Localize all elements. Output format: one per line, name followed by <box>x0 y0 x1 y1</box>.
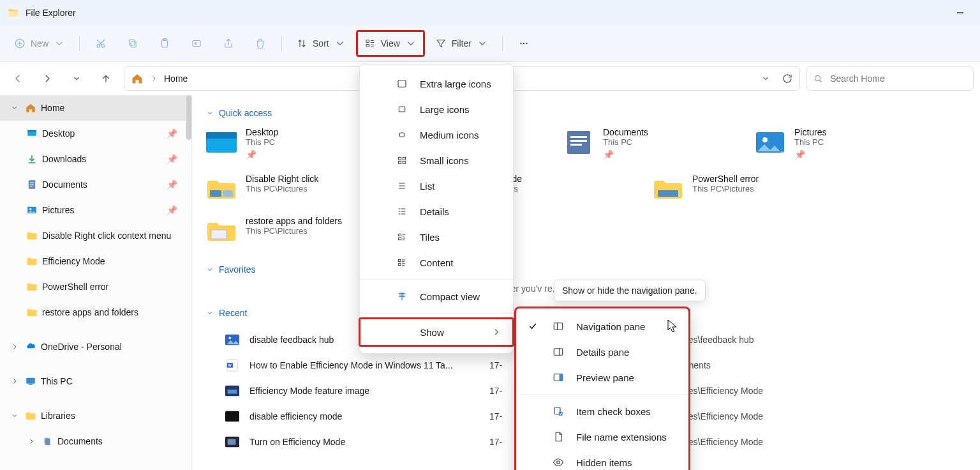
view-extra-large[interactable]: Extra large icons <box>360 71 513 96</box>
quick-access-documents[interactable]: DocumentsThis PC📌 <box>563 127 729 160</box>
sidebar-item-libraries[interactable]: Libraries <box>0 403 191 428</box>
view-menu: Extra large icons Large icons Medium ico… <box>359 64 514 354</box>
recent-locations-button[interactable] <box>65 67 88 90</box>
svg-rect-46 <box>399 107 405 112</box>
chevron-down-icon[interactable] <box>761 74 770 83</box>
cut-button[interactable] <box>87 32 114 55</box>
new-button[interactable]: New <box>8 32 71 55</box>
chevron-down-icon <box>405 38 417 49</box>
svg-rect-55 <box>399 263 401 265</box>
sidebar-item-desktop[interactable]: Desktop 📌 <box>0 121 191 146</box>
svg-rect-44 <box>228 439 236 444</box>
delete-button[interactable] <box>247 32 274 55</box>
show-details-pane[interactable]: Details pane <box>516 339 688 365</box>
chevron-right-icon <box>492 328 501 337</box>
svg-rect-34 <box>211 230 226 239</box>
breadcrumb-home[interactable]: Home <box>164 73 188 84</box>
view-button[interactable]: View <box>356 30 425 57</box>
show-preview-pane[interactable]: Preview pane <box>516 365 688 390</box>
svg-rect-54 <box>399 259 401 261</box>
svg-point-30 <box>762 137 768 142</box>
svg-rect-57 <box>554 349 563 356</box>
sidebar-item-label: Desktop <box>42 128 75 139</box>
sidebar-item-this-pc[interactable]: This PC <box>0 368 191 394</box>
sidebar-item-pictures[interactable]: Pictures 📌 <box>0 197 191 223</box>
show-navigation-pane[interactable]: Navigation pane <box>516 314 688 339</box>
search-input[interactable] <box>829 73 967 84</box>
refresh-icon[interactable] <box>782 73 793 84</box>
quick-access-desktop[interactable]: DesktopThis PC📌 <box>206 127 372 160</box>
show-item-checkboxes[interactable]: Item check boxes <box>516 398 688 424</box>
quick-access-restore[interactable]: restore apps and foldersThis PC\Pictures <box>206 216 372 246</box>
svg-point-36 <box>229 337 232 339</box>
up-button[interactable] <box>94 67 117 90</box>
svg-point-10 <box>520 43 521 44</box>
view-list[interactable]: List <box>360 173 513 199</box>
pin-icon: 📌 <box>167 128 177 139</box>
svg-rect-25 <box>567 131 590 154</box>
pin-icon: 📌 <box>794 149 827 160</box>
sidebar-item-restore[interactable]: restore apps and folders <box>0 299 191 325</box>
view-compact[interactable]: Compact view <box>360 284 513 309</box>
svg-rect-42 <box>225 411 239 422</box>
svg-rect-53 <box>399 238 401 239</box>
sidebar-item-lib-documents[interactable]: Documents <box>0 428 191 454</box>
navigation-pane: Home Desktop 📌 Downloads 📌 Documents 📌 P… <box>0 95 192 470</box>
sidebar-item-home[interactable]: Home <box>0 95 191 121</box>
show-file-extensions[interactable]: File name extensions <box>516 424 688 450</box>
show-hidden-items[interactable]: Hidden items <box>516 450 688 470</box>
sidebar-item-onedrive[interactable]: OneDrive - Personal <box>0 334 191 360</box>
view-show[interactable]: Show <box>359 317 514 347</box>
svg-rect-41 <box>228 390 237 393</box>
view-medium[interactable]: Medium icons <box>360 122 513 148</box>
sidebar-item-efficiency-mode[interactable]: Efficiency Mode <box>0 248 191 274</box>
sidebar-item-label: OneDrive - Personal <box>41 342 122 352</box>
sidebar-item-label: This PC <box>41 376 73 386</box>
svg-rect-4 <box>130 40 135 45</box>
forward-button[interactable] <box>36 67 59 90</box>
sidebar-item-label: restore apps and folders <box>42 307 138 317</box>
sidebar-item-documents[interactable]: Documents 📌 <box>0 172 191 197</box>
sidebar-item-downloads[interactable]: Downloads 📌 <box>0 146 191 172</box>
pin-icon: 📌 <box>603 149 648 160</box>
view-tiles[interactable]: Tiles <box>360 224 513 250</box>
svg-rect-48 <box>399 157 401 160</box>
scrollbar[interactable] <box>186 95 191 140</box>
sort-button[interactable]: Sort <box>290 32 352 55</box>
section-quick-access[interactable]: Quick access <box>206 108 966 118</box>
svg-rect-7 <box>193 41 200 47</box>
view-content[interactable]: Content <box>360 250 513 275</box>
copy-button[interactable] <box>119 32 146 55</box>
sidebar-item-label: Documents <box>42 179 87 190</box>
sidebar-item-label: Disable Right click context menu <box>42 231 171 241</box>
svg-rect-22 <box>45 439 50 446</box>
paste-button[interactable] <box>151 32 178 55</box>
svg-rect-32 <box>223 190 233 197</box>
svg-text:W: W <box>228 363 232 367</box>
section-favorites[interactable]: Favorites <box>206 264 966 275</box>
back-button[interactable] <box>6 67 29 90</box>
sidebar-item-disable-rc[interactable]: Disable Right click context menu <box>0 223 191 248</box>
view-large[interactable]: Large icons <box>360 96 513 122</box>
svg-rect-56 <box>554 323 563 330</box>
quick-access-ps-error[interactable]: PowerShell errorThis PC\Pictures <box>653 174 819 204</box>
svg-point-18 <box>29 208 31 210</box>
share-button[interactable] <box>215 32 242 55</box>
view-details[interactable]: Details <box>360 199 513 224</box>
rename-button[interactable] <box>183 32 210 55</box>
minimize-button[interactable] <box>946 0 975 26</box>
sidebar-item-powershell-error[interactable]: PowerShell error <box>0 274 191 299</box>
filter-button[interactable]: Filter <box>429 32 494 55</box>
tooltip: Show or hide the navigation pane. <box>554 280 706 301</box>
view-small[interactable]: Small icons <box>360 148 513 173</box>
svg-rect-27 <box>570 140 587 142</box>
more-button[interactable] <box>510 32 537 55</box>
svg-rect-3 <box>131 42 136 47</box>
svg-rect-33 <box>658 190 678 197</box>
quick-access-pictures[interactable]: PicturesThis PC📌 <box>755 127 921 160</box>
svg-point-13 <box>815 75 820 80</box>
window-title: File Explorer <box>26 8 76 18</box>
show-submenu: Navigation pane Details pane Preview pan… <box>514 307 690 470</box>
quick-access-disable-rc[interactable]: Disable Right clickThis PC\Pictures <box>206 174 372 204</box>
search-box[interactable] <box>806 66 974 91</box>
